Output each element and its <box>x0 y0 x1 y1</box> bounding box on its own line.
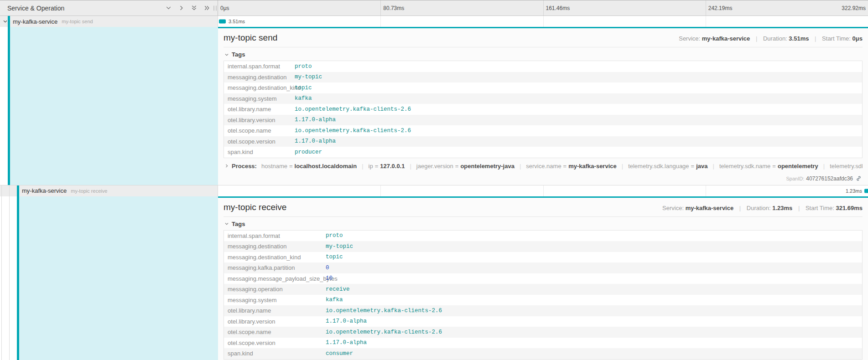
tag-row: messaging.systemkafka <box>224 295 862 306</box>
span-duration-bar[interactable] <box>219 20 226 24</box>
span-id-label: SpanID: <box>786 176 804 181</box>
double-chevron-down-icon[interactable] <box>191 5 198 11</box>
tags-section-header[interactable]: Tags <box>223 219 863 230</box>
chevron-right-icon[interactable] <box>178 5 185 11</box>
tag-key: span.kind <box>224 350 326 357</box>
tag-value: my-topic <box>295 74 322 80</box>
tag-key: messaging.destination_kind <box>224 254 326 261</box>
tag-row: messaging.operationreceive <box>224 284 862 295</box>
span-bar-cell[interactable]: 1.23ms <box>218 185 868 196</box>
span-bar-cell[interactable]: 3.51ms <box>218 16 868 27</box>
attribute-divider: | <box>410 163 411 170</box>
attribute-divider: | <box>622 163 623 170</box>
ruler-tick: 161.46ms <box>543 0 570 15</box>
tag-value: receive <box>326 286 350 293</box>
chevron-down-icon <box>224 221 229 226</box>
tag-key: messaging.message_payload_size_bytes <box>224 275 326 282</box>
ruler-tick: 0μs <box>218 0 229 15</box>
meta-start-value: 321.69ms <box>836 205 863 211</box>
tag-value: io.opentelemetry.kafka-clients-2.6 <box>295 128 411 134</box>
tag-row: messaging.destinationmy-topic <box>224 241 862 252</box>
tag-value: topic <box>326 254 343 260</box>
process-attribute: telemetry.sdk.language=java <box>628 163 707 170</box>
detail-title: my-topic send <box>223 32 277 44</box>
tag-key: messaging.destination <box>224 243 326 250</box>
ruler-tick: 242.19ms <box>706 0 733 15</box>
meta-service-value: my-kafka-service <box>702 35 750 42</box>
tag-key: messaging.operation <box>224 286 326 293</box>
timeline-header: Service & Operation 0μs 80.73ms 161.46ms… <box>0 0 868 16</box>
tag-row: otel.scope.version1.17.0-alpha <box>224 338 862 349</box>
span-name-cell[interactable]: my-kafka-service my-topic receive <box>0 185 218 196</box>
tag-key: otel.library.version <box>224 318 326 325</box>
process-attributes: hostname=localhost.localdomain|ip=127.0.… <box>261 163 863 170</box>
meta-service-value: my-kafka-service <box>686 205 734 211</box>
tag-row: messaging.destination_kindtopic <box>224 252 862 263</box>
trace-timeline-view: Service & Operation 0μs 80.73ms 161.46ms… <box>0 0 868 360</box>
chevron-down-icon[interactable] <box>165 5 172 11</box>
span-color-bar <box>17 196 19 360</box>
divider <box>223 47 863 47</box>
tag-key: otel.library.name <box>224 106 295 113</box>
tag-value: io.opentelemetry.kafka-clients-2.6 <box>326 308 442 314</box>
chevron-down-icon <box>224 52 229 57</box>
tag-value: topic <box>295 85 312 91</box>
tag-value: io.opentelemetry.kafka-clients-2.6 <box>326 329 442 335</box>
grid-line <box>380 16 381 27</box>
tags-table: internal.span.formatprotomessaging.desti… <box>223 230 863 360</box>
chevron-down-icon[interactable] <box>3 19 8 24</box>
tag-row: otel.library.nameio.opentelemetry.kafka-… <box>224 305 862 316</box>
tag-key: messaging.system <box>224 95 295 102</box>
tag-value: 1.17.0-alpha <box>295 117 336 123</box>
detail-title: my-topic receive <box>223 201 286 213</box>
attribute-divider: | <box>362 163 363 170</box>
tag-value: 10 <box>326 275 333 282</box>
detail-meta: Service: my-kafka-service | Duration: 3.… <box>679 32 863 42</box>
tag-value: 1.17.0-alpha <box>326 318 367 324</box>
grid-line <box>380 185 381 196</box>
span-color-bar <box>8 16 10 27</box>
process-label: Process: <box>232 163 257 170</box>
grid-line <box>543 16 544 27</box>
tag-row: messaging.kafka.partition0 <box>224 262 862 273</box>
indent-guide <box>1 185 2 196</box>
tag-key: messaging.destination_kind <box>224 84 295 91</box>
column-resizer-handle[interactable] <box>213 5 217 10</box>
attribute-divider: | <box>712 163 714 170</box>
tag-key: messaging.kafka.partition <box>224 264 326 271</box>
span-detail-panel: my-topic receive Service: my-kafka-servi… <box>218 196 868 360</box>
tag-row: otel.library.version1.17.0-alpha <box>224 316 862 327</box>
tag-key: otel.scope.name <box>224 127 295 134</box>
span-duration-bar[interactable] <box>864 189 868 193</box>
tags-section-header[interactable]: Tags <box>223 49 863 61</box>
ruler-tick: 80.73ms <box>380 0 404 15</box>
tag-key: internal.span.format <box>224 63 295 70</box>
tags-section-title: Tags <box>232 51 245 58</box>
process-section-header[interactable]: Process: hostname=localhost.localdomain|… <box>223 158 863 172</box>
ruler-tick: 322.92ms <box>842 0 866 15</box>
span-row-send[interactable]: my-kafka-service my-topic send 3.51ms <box>0 16 868 27</box>
service-operation-title: Service & Operation <box>7 5 165 12</box>
tag-row: otel.library.version1.17.0-alpha <box>224 115 862 126</box>
span-detail-send: my-topic send Service: my-kafka-service … <box>0 27 868 185</box>
tag-key: otel.library.version <box>224 117 295 123</box>
span-name-cell[interactable]: my-kafka-service my-topic send <box>0 16 218 27</box>
grid-line <box>706 16 706 27</box>
process-attribute: hostname=localhost.localdomain <box>261 163 357 170</box>
span-row-receive[interactable]: my-kafka-service my-topic receive 1.23ms <box>0 185 868 196</box>
span-operation-name: my-topic send <box>62 19 93 24</box>
tag-value: io.opentelemetry.kafka-clients-2.6 <box>295 106 411 113</box>
timeline-ruler[interactable]: 0μs 80.73ms 161.46ms 242.19ms 322.92ms <box>218 0 868 15</box>
tag-value: 1.17.0-alpha <box>326 339 367 346</box>
double-chevron-right-icon[interactable] <box>203 5 210 11</box>
detail-header: my-topic send Service: my-kafka-service … <box>223 32 863 44</box>
process-attribute: telemetry.sdk.name=opentelemetry <box>719 163 818 170</box>
indent-guide <box>1 196 2 360</box>
tag-row: messaging.systemkafka <box>224 93 862 104</box>
meta-duration-value: 1.23ms <box>772 205 792 211</box>
tag-value: proto <box>295 63 312 70</box>
copy-link-icon[interactable] <box>856 175 862 181</box>
detail-meta: Service: my-kafka-service | Duration: 1.… <box>662 201 863 211</box>
span-highlight-fill <box>19 196 218 360</box>
span-detail-receive: my-topic receive Service: my-kafka-servi… <box>0 196 868 360</box>
